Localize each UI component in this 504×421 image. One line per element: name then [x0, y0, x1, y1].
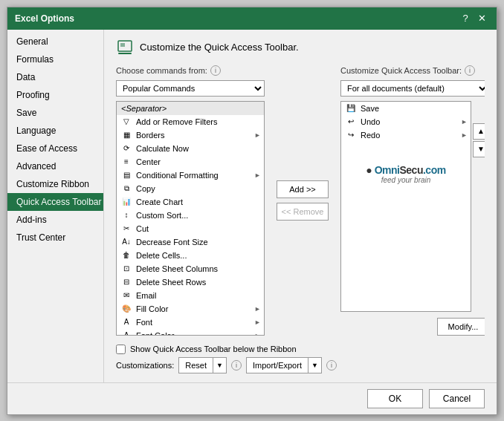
commands-list-scroll-area: <Separator>▽Add or Remove Filters▦Border…	[116, 101, 265, 336]
nav-item-save[interactable]: Save	[7, 104, 103, 122]
modify-button[interactable]: Modify...	[437, 318, 485, 336]
help-button[interactable]: ?	[458, 11, 473, 26]
command-list-item[interactable]: 📊Create Chart	[117, 195, 264, 209]
nav-item-proofing[interactable]: Proofing	[7, 86, 103, 104]
choose-commands-label: Choose commands from:	[116, 66, 207, 75]
excel-options-dialog: Excel Options ? ✕ GeneralFormulasDataPro…	[7, 7, 497, 415]
command-list-item[interactable]: ✉Email	[117, 289, 264, 302]
command-list-item[interactable]: ≡Center	[117, 155, 264, 169]
header-row: Customize the Quick Access Toolbar.	[116, 39, 485, 56]
nav-item-customize-ribbon[interactable]: Customize Ribbon	[7, 175, 103, 193]
nav-item-quick-access-toolbar[interactable]: Quick Access Toolbar	[7, 193, 103, 211]
choose-commands-label-row: Choose commands from: i	[116, 65, 265, 76]
customizations-row: Customizations: Reset ▼ i Import/Export …	[116, 357, 485, 373]
toolbar-list[interactable]: 💾Save↩Undo►↪Redo► ● OmniSecu.com feed yo…	[340, 101, 471, 312]
commands-dropdown[interactable]: Popular Commands	[116, 80, 265, 97]
move-up-button[interactable]: ▲	[473, 123, 485, 140]
command-label: Delete Sheet Rows	[136, 278, 259, 287]
ok-button[interactable]: OK	[367, 389, 423, 408]
command-label: <Separator>	[121, 104, 259, 113]
command-label: Copy	[136, 184, 259, 193]
close-button[interactable]: ✕	[474, 11, 489, 26]
left-nav: GeneralFormulasDataProofingSaveLanguageE…	[7, 30, 104, 382]
email-icon: ✉	[121, 290, 132, 301]
middle-buttons: Add >> << Remove	[274, 65, 332, 336]
command-list-item[interactable]: ⧉Copy	[117, 182, 264, 195]
toolbar-dropdown[interactable]: For all documents (default)	[340, 80, 485, 97]
submenu-arrow-icon: ►	[254, 131, 261, 139]
command-list-item[interactable]: AFont Color►	[117, 329, 264, 336]
show-below-checkbox[interactable]	[116, 345, 126, 354]
condformat-icon: ▤	[121, 170, 132, 180]
command-list-item[interactable]: AFont►	[117, 316, 264, 329]
customize-toolbar-label-row: Customize Quick Access Toolbar: i	[340, 65, 485, 76]
left-column: Choose commands from: i Popular Commands…	[116, 65, 265, 336]
reset-dropdown-arrow[interactable]: ▼	[213, 358, 226, 373]
command-list-item[interactable]: ▤Conditional Formatting►	[117, 169, 264, 182]
command-label: Font	[136, 318, 259, 327]
choose-commands-info-icon[interactable]: i	[210, 65, 221, 76]
command-list-item[interactable]: <Separator>	[117, 102, 264, 115]
command-label: Create Chart	[136, 198, 259, 206]
command-list-item[interactable]: 🗑Delete Cells...	[117, 249, 264, 262]
command-list-item[interactable]: ▽Add or Remove Filters	[117, 115, 264, 128]
chart-icon: 📊	[121, 197, 132, 207]
command-list-item[interactable]: ✂Cut	[117, 222, 264, 235]
command-list-item[interactable]: A↓Decrease Font Size	[117, 235, 264, 249]
toolbar-item-label: Save	[361, 104, 466, 113]
filter-icon: ▽	[121, 117, 132, 127]
command-label: Decrease Font Size	[136, 238, 259, 247]
header-title: Customize the Quick Access Toolbar.	[140, 42, 299, 53]
title-bar-buttons: ? ✕	[458, 11, 489, 26]
remove-button[interactable]: << Remove	[277, 203, 329, 221]
toolbar-list-item[interactable]: ↩Undo►	[341, 115, 471, 128]
toolbar-list-item[interactable]: ↪Redo►	[341, 128, 471, 142]
nav-item-advanced[interactable]: Advanced	[7, 157, 103, 175]
command-label: Fill Color	[136, 304, 259, 313]
borders-icon: ▦	[121, 130, 132, 140]
customize-toolbar-info-icon[interactable]: i	[465, 65, 475, 76]
move-down-button[interactable]: ▼	[473, 141, 485, 157]
redo-icon: ↪	[346, 130, 356, 140]
nav-item-trust-center[interactable]: Trust Center	[7, 229, 103, 247]
nav-item-ease-of-access[interactable]: Ease of Access	[7, 140, 103, 157]
command-list-item[interactable]: ⊡Delete Sheet Columns	[117, 262, 264, 275]
reset-split-button: Reset ▼	[178, 357, 227, 373]
font-icon: A	[121, 317, 132, 327]
import-export-info-icon[interactable]: i	[326, 360, 337, 371]
commands-dropdown-row: Popular Commands	[116, 80, 265, 97]
command-list-item[interactable]: ↕Custom Sort...	[117, 209, 264, 222]
reset-info-icon[interactable]: i	[231, 360, 242, 371]
command-list-item[interactable]: ⊟Delete Sheet Rows	[117, 275, 264, 289]
calc-icon: ⟳	[121, 143, 132, 154]
command-list-item[interactable]: ▦Borders►	[117, 128, 264, 142]
nav-item-formulas[interactable]: Formulas	[7, 50, 103, 68]
nav-item-language[interactable]: Language	[7, 122, 103, 140]
commands-list[interactable]: <Separator>▽Add or Remove Filters▦Border…	[116, 101, 265, 336]
reset-button[interactable]: Reset	[179, 358, 213, 373]
submenu-arrow-icon: ►	[461, 131, 468, 139]
delcol-icon: ⊡	[121, 264, 132, 274]
svg-rect-2	[118, 53, 132, 54]
sort-icon: ↕	[121, 210, 132, 221]
submenu-arrow-icon: ►	[461, 118, 468, 125]
toolbar-list-item[interactable]: 💾Save	[341, 102, 471, 115]
show-below-label: Show Quick Access Toolbar below the Ribb…	[130, 345, 297, 353]
add-button[interactable]: Add >>	[277, 180, 329, 198]
title-bar: Excel Options ? ✕	[7, 7, 497, 30]
save-icon: 💾	[346, 103, 356, 114]
nav-item-add-ins[interactable]: Add-ins	[7, 211, 103, 229]
command-list-item[interactable]: 🎨Fill Color►	[117, 302, 264, 316]
cancel-button[interactable]: Cancel	[429, 389, 485, 408]
fillcolor-icon: 🎨	[121, 304, 132, 314]
command-label: Custom Sort...	[136, 211, 259, 220]
command-label: Delete Sheet Columns	[136, 264, 259, 273]
command-label: Calculate Now	[136, 144, 259, 153]
undo-icon: ↩	[346, 117, 356, 127]
nav-item-general[interactable]: General	[7, 33, 103, 50]
nav-item-data[interactable]: Data	[7, 68, 103, 86]
import-export-dropdown-arrow[interactable]: ▼	[308, 358, 321, 373]
command-list-item[interactable]: ⟳Calculate Now	[117, 142, 264, 155]
import-export-button[interactable]: Import/Export	[247, 358, 308, 373]
quick-access-icon	[116, 39, 134, 56]
